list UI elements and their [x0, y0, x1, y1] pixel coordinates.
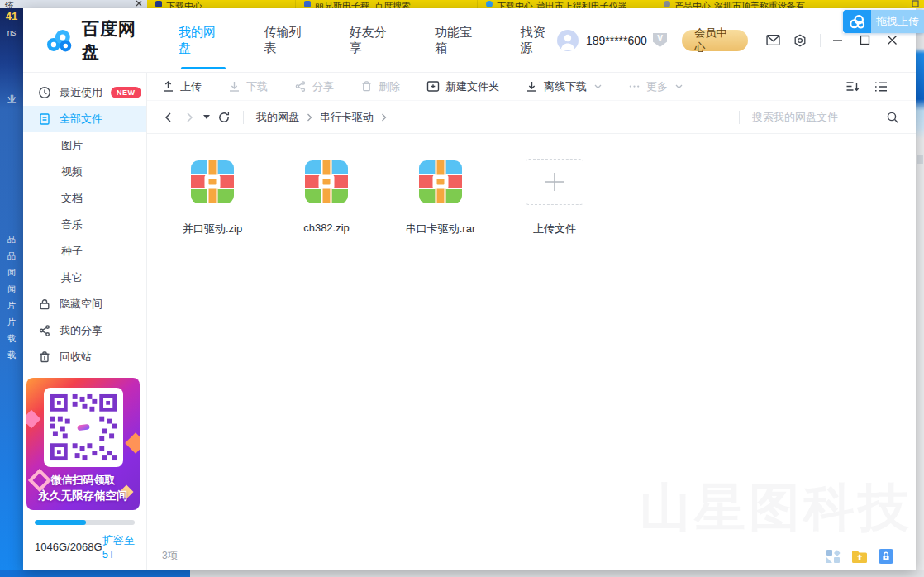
watermark-text: 山星图科技 [640, 473, 912, 542]
background-tab-close-icon[interactable] [136, 0, 142, 7]
sidebar-item-label: 最近使用 [60, 85, 102, 100]
main-panel: 上传 下载 分享 删除 新建文件夹 [147, 73, 916, 570]
wechat-qr-code [44, 388, 123, 467]
auto-backup-folder-icon[interactable] [850, 548, 869, 565]
file-item-archive[interactable]: 串口卡驱动.rar [395, 159, 486, 236]
background-window-bottom-left[interactable] [0, 570, 190, 577]
nav-tab-friend-share[interactable]: 好友分享 [350, 21, 398, 60]
breadcrumb-separator-icon [307, 113, 312, 122]
promo-caption: 微信扫码领取 永久无限存储空间 [26, 472, 140, 503]
new-badge: NEW [111, 87, 141, 98]
nav-tab-find-resources[interactable]: 找资源 [520, 21, 557, 60]
sidebar-item-documents[interactable]: 文档 [23, 185, 146, 212]
sidebar-item-label: 回收站 [60, 350, 92, 365]
background-tab-putian[interactable]: 下载中心-莆田市上得利电子仪器 [478, 0, 655, 8]
vip-level-badge-icon: V [653, 33, 667, 47]
breadcrumb-folder[interactable]: 串行卡驱动 [320, 110, 374, 125]
sidebar-item-recycle-bin[interactable]: 回收站 [23, 344, 146, 370]
background-tab-fragment-label: 统 [5, 0, 14, 8]
background-active-tabs: 下载中心 丽兄斯电子秤_百度搜索 下载中心-莆田市上得利电子仪器 产品中心-深圳… [147, 0, 924, 8]
promo-line-2: 永久无限存储空间 [26, 488, 140, 503]
sidebar-item-torrents[interactable]: 种子 [23, 238, 146, 265]
item-count: 3项 [162, 549, 178, 563]
list-view-icon[interactable] [874, 80, 888, 93]
sidebar-item-videos[interactable]: 视频 [23, 159, 146, 185]
sidebar-item-label: 我的分享 [60, 323, 102, 338]
avatar[interactable] [557, 30, 579, 51]
sidebar-item-music[interactable]: 音乐 [23, 212, 146, 238]
app-logo: 百度网盘 [45, 17, 154, 64]
nav-tab-my-drive[interactable]: 我的网盘 [179, 21, 227, 60]
file-name: 并口驱动.zip [183, 222, 242, 236]
baidu-netdisk-window: 百度网盘 我的网盘 传输列表 好友分享 功能宝箱 找资源 189*****600… [23, 8, 916, 570]
background-tab-icon [664, 1, 670, 7]
share-icon [294, 80, 307, 93]
storage-upgrade-link[interactable]: 扩容至5T [102, 533, 135, 560]
storage-progress-fill [35, 520, 86, 525]
mail-icon[interactable] [766, 34, 780, 46]
hidden-space-lock-icon[interactable] [878, 548, 894, 565]
background-window-right-edge[interactable] [916, 8, 924, 577]
nav-tab-toolbox[interactable]: 功能宝箱 [435, 21, 483, 60]
sort-icon[interactable] [845, 80, 860, 93]
diamond-decoration [26, 410, 40, 429]
background-tab-download-center[interactable]: 下载中心 [147, 0, 296, 8]
chevron-down-icon [675, 84, 683, 89]
promo-line-1: 微信扫码领取 [26, 472, 140, 488]
minimize-button[interactable] [832, 35, 843, 45]
more-button[interactable]: 更多 [628, 79, 683, 94]
breadcrumb-root[interactable]: 我的网盘 [256, 110, 299, 125]
upload-file-tile[interactable]: 上传文件 [509, 159, 600, 236]
background-tab-search[interactable]: 丽兄斯电子秤_百度搜索 [296, 0, 478, 8]
maximize-button[interactable] [860, 35, 870, 45]
close-button[interactable] [887, 35, 898, 45]
file-name: ch382.zip [303, 222, 350, 234]
widgets-grid-icon[interactable] [825, 548, 841, 565]
sidebar-item-recent[interactable]: 最近使用 NEW [23, 79, 146, 106]
download-button[interactable]: 下载 [228, 79, 268, 94]
vip-center-button[interactable]: 会员中心 [682, 30, 748, 51]
forward-button[interactable] [183, 111, 196, 124]
more-dots-icon [628, 80, 641, 93]
background-tab-icon [486, 1, 493, 7]
file-item-archive[interactable]: ch382.zip [281, 159, 372, 234]
header-divider [820, 34, 821, 47]
sidebar-item-hidden-space[interactable]: 隐藏空间 [23, 291, 146, 317]
promo-banner[interactable]: 微信扫码领取 永久无限存储空间 [26, 378, 140, 510]
trash-icon [360, 80, 373, 93]
storage-section: 1046G/2068G 扩容至5T [23, 510, 146, 570]
history-dropdown-icon[interactable] [203, 115, 210, 119]
sidebar-item-my-shares[interactable]: 我的分享 [23, 317, 146, 344]
search-icon[interactable] [886, 111, 899, 124]
background-tab-fragment[interactable]: 统 [0, 0, 147, 8]
trash-icon [38, 350, 51, 364]
username[interactable]: 189*****600 [586, 34, 647, 47]
upload-icon [162, 80, 174, 93]
header-icons [766, 34, 807, 47]
file-item-archive[interactable]: 并口驱动.zip [167, 159, 258, 236]
background-window-left-edge[interactable]: 41 ns 业 品 品 闻 闻 片 片 载 载 [0, 8, 23, 570]
background-window-controls-fragment [912, 0, 924, 7]
share-button[interactable]: 分享 [294, 79, 334, 94]
sidebar-item-pictures[interactable]: 图片 [23, 132, 146, 159]
sidebar-item-label: 隐藏空间 [60, 297, 102, 312]
nav-tab-transfer-list[interactable]: 传输列表 [264, 21, 312, 60]
offline-download-button[interactable]: 离线下载 [526, 79, 602, 94]
settings-gear-icon[interactable] [793, 34, 807, 47]
background-tab-shenzhen[interactable]: 产品中心-深圳市顶美称重设备有 [655, 0, 833, 8]
back-button[interactable] [162, 111, 175, 124]
search-input[interactable] [752, 111, 876, 123]
share-icon [38, 324, 51, 337]
drag-upload-label: 拖拽上传 [871, 10, 924, 33]
upload-button[interactable]: 上传 [162, 79, 202, 94]
file-grid: 并口驱动.zip ch382.zip 串口卡驱动.rar 上传 [147, 134, 916, 541]
drag-upload-widget[interactable]: 拖拽上传 [843, 10, 924, 33]
chevron-down-icon [594, 84, 602, 89]
app-title: 百度网盘 [82, 17, 154, 64]
refresh-icon[interactable] [217, 111, 231, 124]
delete-button[interactable]: 删除 [360, 79, 400, 94]
sidebar-item-all-files[interactable]: 全部文件 [23, 106, 146, 132]
sidebar-item-others[interactable]: 其它 [23, 265, 146, 291]
search-box [752, 111, 899, 124]
new-folder-button[interactable]: 新建文件夹 [426, 79, 499, 94]
